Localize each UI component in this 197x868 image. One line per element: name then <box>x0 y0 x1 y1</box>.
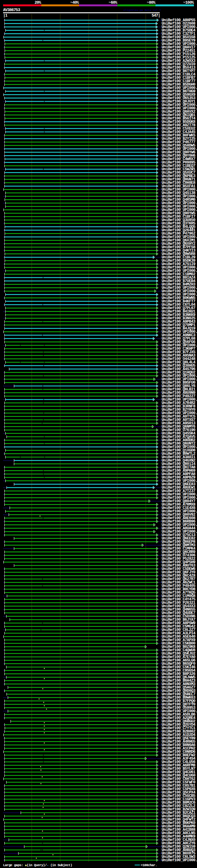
svg-text:=100char.: =100char. <box>141 863 157 867</box>
svg-text:Large gaps: ▲(in Query)/- (in: Large gaps: ▲(in Query)/- (in Subject) <box>3 863 72 867</box>
svg-text:547|: 547| <box>152 13 160 18</box>
svg-text:AlignView.pm Beta rel.7: AlignView.pm Beta rel.7 <box>124 9 161 12</box>
svg-text:AV386753: AV386753 <box>3 8 20 12</box>
svg-text:~60%: ~60% <box>109 0 118 5</box>
svg-text:~80%: ~80% <box>147 0 156 5</box>
svg-text:|1: |1 <box>3 13 8 18</box>
svg-text:~40%: ~40% <box>70 0 79 5</box>
svg-text:~100%: ~100% <box>183 0 194 5</box>
svg-text:20%: 20% <box>34 0 41 5</box>
svg-text:UniRef100_UPI000..: UniRef100_UPI000.. <box>162 858 197 863</box>
